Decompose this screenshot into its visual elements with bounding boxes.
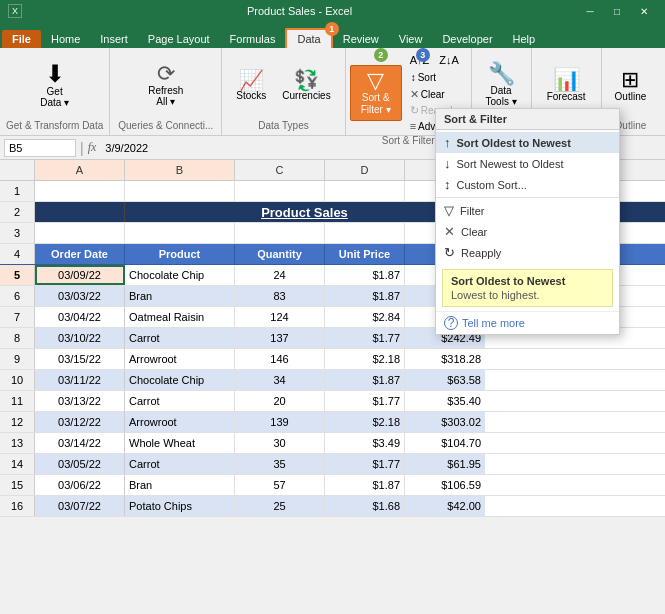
cell-14-date[interactable]: 03/05/22 <box>35 454 125 474</box>
cell-3a[interactable] <box>35 223 125 243</box>
cell-8-product[interactable]: Carrot <box>125 328 235 348</box>
col-header-b[interactable]: B <box>125 160 235 180</box>
cell-12-date[interactable]: 03/12/22 <box>35 412 125 432</box>
cell-6-qty[interactable]: 83 <box>235 286 325 306</box>
sort-za-button[interactable]: Z↓A <box>435 52 463 68</box>
col-header-d[interactable]: D <box>325 160 405 180</box>
maximize-button[interactable]: □ <box>604 3 630 19</box>
cell-13-total[interactable]: $104.70 <box>405 433 485 453</box>
cell-8-price[interactable]: $1.77 <box>325 328 405 348</box>
cell-11-date[interactable]: 03/13/22 <box>35 391 125 411</box>
cell-6-product[interactable]: Bran <box>125 286 235 306</box>
tab-view[interactable]: View <box>389 30 433 48</box>
col-header-a[interactable]: A <box>35 160 125 180</box>
minimize-button[interactable]: ─ <box>577 3 603 19</box>
popup-item-clear[interactable]: ✕ Clear <box>436 221 619 242</box>
cell-16-price[interactable]: $1.68 <box>325 496 405 516</box>
outline-button[interactable]: ⊞ Outline <box>608 65 654 106</box>
cell-10-price[interactable]: $1.87 <box>325 370 405 390</box>
cell-8-date[interactable]: 03/10/22 <box>35 328 125 348</box>
forecast-button[interactable]: 📊 Forecast <box>540 65 593 106</box>
cell-13-price[interactable]: $3.49 <box>325 433 405 453</box>
cell-3d[interactable] <box>325 223 405 243</box>
cell-9-product[interactable]: Arrowroot <box>125 349 235 369</box>
sort-button[interactable]: ↕ Sort <box>406 70 441 85</box>
cell-13-product[interactable]: Whole Wheat <box>125 433 235 453</box>
popup-item-reapply[interactable]: ↻ Reapply <box>436 242 619 263</box>
cell-6-date[interactable]: 03/03/22 <box>35 286 125 306</box>
cell-9-total[interactable]: $318.28 <box>405 349 485 369</box>
cell-11-price[interactable]: $1.77 <box>325 391 405 411</box>
popup-item-sort-newest[interactable]: ↓ Sort Newest to Oldest <box>436 153 619 174</box>
cell-11-qty[interactable]: 20 <box>235 391 325 411</box>
cell-8-qty[interactable]: 137 <box>235 328 325 348</box>
cell-5-product[interactable]: Chocolate Chip <box>125 265 235 285</box>
cell-3c[interactable] <box>235 223 325 243</box>
tell-more-link[interactable]: ? Tell me more <box>436 311 619 334</box>
tab-review[interactable]: Review <box>333 30 389 48</box>
cell-7-qty[interactable]: 124 <box>235 307 325 327</box>
popup-item-filter[interactable]: ▽ Filter <box>436 200 619 221</box>
cell-1c[interactable] <box>235 181 325 201</box>
cell-9-price[interactable]: $2.18 <box>325 349 405 369</box>
sort-filter-button[interactable]: ▽ Sort &Filter ▾ <box>350 65 402 121</box>
clear-button[interactable]: ✕ Clear <box>406 87 467 102</box>
cell-15-qty[interactable]: 57 <box>235 475 325 495</box>
cell-1a[interactable] <box>35 181 125 201</box>
cell-16-qty[interactable]: 25 <box>235 496 325 516</box>
cell-1b[interactable] <box>125 181 235 201</box>
col-header-c[interactable]: C <box>235 160 325 180</box>
tab-home[interactable]: Home <box>41 30 90 48</box>
cell-3b[interactable] <box>125 223 235 243</box>
cell-13-date[interactable]: 03/14/22 <box>35 433 125 453</box>
cell-5-qty[interactable]: 24 <box>235 265 325 285</box>
popup-item-custom-sort[interactable]: ↕ Custom Sort... <box>436 174 619 195</box>
cell-7-price[interactable]: $2.84 <box>325 307 405 327</box>
tab-insert[interactable]: Insert <box>90 30 138 48</box>
cell-15-total[interactable]: $106.59 <box>405 475 485 495</box>
cell-9-qty[interactable]: 146 <box>235 349 325 369</box>
name-box[interactable] <box>4 139 76 157</box>
cell-12-product[interactable]: Arrowroot <box>125 412 235 432</box>
cell-12-qty[interactable]: 139 <box>235 412 325 432</box>
tab-file[interactable]: File <box>2 30 41 48</box>
tab-page-layout[interactable]: Page Layout <box>138 30 220 48</box>
cell-11-total[interactable]: $35.40 <box>405 391 485 411</box>
refresh-all-button[interactable]: ⟳ RefreshAll ▾ <box>141 59 190 111</box>
cell-14-total[interactable]: $61.95 <box>405 454 485 474</box>
cell-10-qty[interactable]: 34 <box>235 370 325 390</box>
cell-10-product[interactable]: Chocolate Chip <box>125 370 235 390</box>
cell-6-price[interactable]: $1.87 <box>325 286 405 306</box>
cell-5-price[interactable]: $1.87 <box>325 265 405 285</box>
cell-14-qty[interactable]: 35 <box>235 454 325 474</box>
stocks-button[interactable]: 📈 Stocks <box>230 66 272 105</box>
close-button[interactable]: ✕ <box>631 3 657 19</box>
cell-9-date[interactable]: 03/15/22 <box>35 349 125 369</box>
tab-formulas[interactable]: Formulas <box>220 30 286 48</box>
cell-7-date[interactable]: 03/04/22 <box>35 307 125 327</box>
cell-12-price[interactable]: $2.18 <box>325 412 405 432</box>
cell-10-total[interactable]: $63.58 <box>405 370 485 390</box>
cell-14-price[interactable]: $1.77 <box>325 454 405 474</box>
get-data-button[interactable]: ⬇ GetData ▾ <box>33 58 76 112</box>
tab-help[interactable]: Help <box>503 30 546 48</box>
cell-15-price[interactable]: $1.87 <box>325 475 405 495</box>
cell-12-total[interactable]: $303.02 <box>405 412 485 432</box>
cell-16-date[interactable]: 03/07/22 <box>35 496 125 516</box>
cell-13-qty[interactable]: 30 <box>235 433 325 453</box>
cell-15-product[interactable]: Bran <box>125 475 235 495</box>
cell-1d[interactable] <box>325 181 405 201</box>
cell-16-product[interactable]: Potato Chips <box>125 496 235 516</box>
tab-data[interactable]: Data 1 <box>285 28 332 48</box>
cell-15-date[interactable]: 03/06/22 <box>35 475 125 495</box>
tab-developer[interactable]: Developer <box>432 30 502 48</box>
cell-10-date[interactable]: 03/11/22 <box>35 370 125 390</box>
cell-5-date[interactable]: 03/09/22 <box>35 265 125 285</box>
data-tools-button[interactable]: 🔧 DataTools ▾ <box>479 59 524 111</box>
cell-14-product[interactable]: Carrot <box>125 454 235 474</box>
cell-7-product[interactable]: Oatmeal Raisin <box>125 307 235 327</box>
popup-item-sort-oldest[interactable]: ↑ Sort Oldest to Newest <box>436 132 619 153</box>
cell-16-total[interactable]: $42.00 <box>405 496 485 516</box>
cell-2a[interactable] <box>35 202 125 222</box>
currencies-button[interactable]: 💱 Currencies <box>276 66 336 105</box>
